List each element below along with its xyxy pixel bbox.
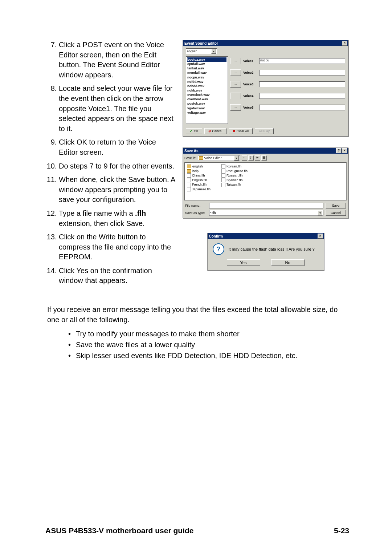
instruction-list: Click a POST event on the Voice Editor s…	[47, 40, 176, 286]
list-item[interactable]: Korean.flh	[221, 164, 248, 169]
file-icon	[221, 183, 225, 187]
savetype-select[interactable]: *.flh▾	[209, 210, 323, 216]
voice-field[interactable]: nocpu	[259, 58, 345, 64]
list-item[interactable]: memfail.wav	[187, 70, 226, 75]
savein-label: Save in:	[184, 156, 196, 160]
footer-title: ASUS P4B533-V motherboard user guide	[45, 526, 193, 535]
close-icon[interactable]: ×	[342, 41, 347, 46]
no-button[interactable]: No	[271, 259, 305, 266]
list-item[interactable]: overclock.wav	[187, 93, 226, 97]
list-item: Save the wave files at a lower quality	[68, 339, 348, 350]
clear-all-button[interactable]: ✖Clear All	[229, 128, 253, 134]
list-item[interactable]: vgafail.wav	[187, 106, 226, 110]
list-item[interactable]: cpufail.wav	[187, 62, 226, 66]
view-menu-icon[interactable]: ☰	[261, 155, 267, 161]
savein-select[interactable]: Voice Editor ▾	[198, 155, 240, 161]
step-8: Locate and select your wave file for the…	[59, 84, 176, 134]
assign-arrow-button[interactable]: →	[230, 81, 241, 88]
file-icon	[221, 173, 225, 178]
assign-arrow-button[interactable]: →	[230, 69, 241, 76]
up-folder-icon[interactable]: ⇧	[248, 155, 254, 161]
voice-field[interactable]	[259, 105, 345, 110]
list-item[interactable]: voltage.wav	[187, 110, 226, 115]
voice-field[interactable]	[259, 81, 345, 87]
save-button[interactable]: Save	[326, 203, 346, 208]
list-item[interactable]: overheat.wav	[187, 97, 226, 101]
filename-input[interactable]	[209, 203, 323, 208]
back-icon[interactable]: ←	[242, 155, 247, 161]
voice-label: Voice1	[243, 59, 257, 63]
language-select[interactable]: english ▾	[186, 48, 217, 54]
chevron-down-icon[interactable]: ▾	[318, 210, 322, 215]
cancel-button[interactable]: Cancel	[326, 210, 346, 216]
close-icon[interactable]: ×	[318, 234, 323, 239]
close-icon[interactable]: ×	[342, 148, 347, 153]
list-item[interactable]: Taiwan.flh	[221, 182, 248, 187]
step-7: Click a POST event on the Voice Editor s…	[59, 40, 176, 80]
ese-title: Event Sound Editor	[184, 41, 218, 45]
confirm-title: Confirm	[209, 234, 223, 238]
list-item[interactable]: nokb.wav	[187, 88, 226, 93]
voice-field[interactable]	[259, 93, 345, 99]
cancel-button[interactable]: ⊘Cancel	[204, 128, 226, 134]
footer-divider	[45, 522, 349, 522]
confirm-message: It may cause the flash data loss !! Are …	[229, 247, 315, 251]
list-item[interactable]: Russian.flh	[221, 173, 248, 178]
wave-file-list[interactable]: bootoz.wav cpufail.wav fanfail.wav memfa…	[186, 56, 228, 124]
list-item[interactable]: Japanese.flh	[187, 187, 211, 192]
list-item[interactable]: nocpu.wav	[187, 75, 226, 80]
file-icon	[221, 178, 225, 182]
list-item[interactable]: english	[187, 164, 211, 169]
voice-label: Voice2	[243, 71, 257, 74]
list-item[interactable]: postok.wav	[187, 101, 226, 106]
step-9: Click OK to return to the Voice Editor s…	[59, 137, 176, 157]
file-icon	[187, 183, 191, 187]
voice-label: Voice3	[243, 82, 257, 86]
list-item[interactable]: nohdd.wav	[187, 84, 226, 88]
step-14: Click Yes on the confirmation window tha…	[59, 266, 176, 286]
suggestion-list: Try to modify your messages to make them…	[47, 328, 348, 361]
help-icon[interactable]: ?	[336, 148, 342, 153]
step-13: Click on the Write button to compress th…	[59, 232, 176, 262]
chevron-down-icon[interactable]: ▾	[234, 155, 239, 161]
list-item[interactable]: fanfail.wav	[187, 66, 226, 70]
file-browser[interactable]: english help China.flh English.flh Frenc…	[184, 162, 347, 200]
voice-label: Voice5	[243, 106, 257, 109]
file-icon	[221, 164, 225, 169]
step-11: When done, click the Save button. A wind…	[59, 175, 176, 205]
assign-arrow-button[interactable]: →	[230, 104, 241, 111]
list-item: Try to modify your messages to make them…	[68, 328, 348, 339]
ok-button[interactable]: ✓Ok	[186, 128, 202, 134]
list-item[interactable]: China.flh	[187, 173, 211, 178]
assign-arrow-button[interactable]: →	[230, 58, 241, 64]
filename-label: File name:	[185, 204, 207, 207]
list-item[interactable]: French.flh	[187, 182, 211, 187]
file-icon	[187, 178, 191, 182]
list-item[interactable]: help	[187, 169, 211, 174]
step-10: Do steps 7 to 9 for the other events.	[59, 161, 176, 171]
yes-button[interactable]: Yes	[227, 259, 260, 266]
check-icon: ✓	[190, 129, 193, 133]
list-item[interactable]: English.flh	[187, 178, 211, 183]
file-icon	[187, 187, 191, 191]
file-icon	[187, 173, 191, 178]
list-item[interactable]: bootoz.wav	[187, 57, 226, 62]
voice-field[interactable]	[259, 70, 345, 76]
save-as-dialog: Save As ? × Save in: Voice Editor ▾ ← ⇧	[183, 147, 348, 218]
folder-icon	[187, 165, 191, 168]
cancel-icon: ⊘	[208, 129, 211, 133]
confirm-dialog: Confirm × ? It may cause the flash data …	[207, 233, 324, 271]
event-sound-editor-window: Event Sound Editor × english ▾ bootoz.wa…	[183, 40, 348, 137]
list-item[interactable]: nofdd.wav	[187, 80, 226, 84]
chevron-down-icon[interactable]: ▾	[211, 49, 216, 54]
list-item[interactable]: Portuguese.flh	[221, 169, 248, 174]
all-play-button[interactable]: All Play	[255, 128, 274, 134]
new-folder-icon[interactable]: ✳	[255, 155, 260, 161]
question-icon: ?	[213, 243, 224, 255]
saveas-title: Save As	[184, 149, 199, 153]
list-item[interactable]: Spanish.flh	[221, 178, 248, 183]
folder-icon	[199, 156, 203, 160]
voice-label: Voice4	[243, 94, 257, 98]
assign-arrow-button[interactable]: →	[230, 93, 241, 99]
clear-icon: ✖	[233, 129, 236, 133]
